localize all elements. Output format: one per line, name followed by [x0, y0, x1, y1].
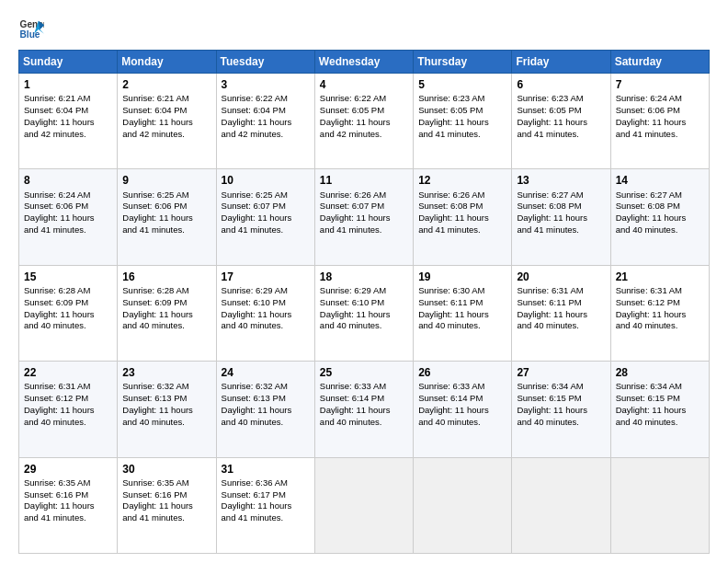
day-info-line: and 42 minutes.	[24, 129, 112, 141]
day-info-line: Daylight: 11 hours	[122, 500, 210, 512]
day-info-line: and 41 minutes.	[222, 224, 310, 236]
calendar-header-tuesday: Tuesday	[216, 51, 314, 74]
day-info-line: Daylight: 11 hours	[24, 117, 112, 129]
day-info-line: Sunrise: 6:35 AM	[24, 477, 112, 489]
calendar-cell: 3Sunrise: 6:22 AMSunset: 6:04 PMDaylight…	[216, 74, 314, 169]
day-number: 28	[616, 365, 704, 380]
day-info-line: Daylight: 11 hours	[24, 309, 112, 321]
day-info-line: Sunset: 6:10 PM	[320, 297, 408, 309]
day-info-line: and 41 minutes.	[24, 512, 112, 524]
calendar-cell: 27Sunrise: 6:34 AMSunset: 6:15 PMDayligh…	[512, 362, 610, 457]
day-number: 27	[517, 365, 605, 380]
calendar-cell	[414, 457, 512, 553]
day-number: 4	[320, 77, 408, 92]
day-info-line: Daylight: 11 hours	[122, 213, 210, 224]
calendar-week-4: 22Sunrise: 6:31 AMSunset: 6:12 PMDayligh…	[19, 362, 710, 457]
calendar-cell: 30Sunrise: 6:35 AMSunset: 6:16 PMDayligh…	[118, 457, 216, 553]
day-number: 5	[418, 77, 506, 92]
day-info-line: and 42 minutes.	[320, 129, 408, 141]
day-number: 1	[24, 77, 112, 92]
day-info-line: and 41 minutes.	[222, 512, 310, 524]
day-info-line: Daylight: 11 hours	[320, 213, 408, 224]
day-info-line: and 40 minutes.	[24, 320, 112, 332]
day-info-line: Sunset: 6:05 PM	[320, 105, 408, 117]
day-number: 7	[616, 77, 704, 92]
day-number: 30	[122, 462, 210, 477]
day-info-line: Sunset: 6:14 PM	[320, 393, 408, 405]
day-info-line: Sunrise: 6:25 AM	[222, 190, 310, 201]
day-info-line: Sunset: 6:12 PM	[616, 297, 704, 309]
day-info-line: and 41 minutes.	[320, 224, 408, 236]
calendar-body: 1Sunrise: 6:21 AMSunset: 6:04 PMDaylight…	[19, 74, 710, 554]
day-info-line: and 41 minutes.	[418, 129, 506, 141]
day-number: 14	[616, 173, 704, 188]
day-info-line: Sunrise: 6:30 AM	[418, 285, 506, 297]
day-info-line: Sunrise: 6:24 AM	[616, 93, 704, 105]
day-info-line: and 40 minutes.	[616, 417, 704, 429]
day-info-line: Daylight: 11 hours	[24, 213, 112, 224]
calendar-cell: 19Sunrise: 6:30 AMSunset: 6:11 PMDayligh…	[414, 265, 512, 361]
day-info-line: Daylight: 11 hours	[222, 117, 310, 129]
day-info-line: and 41 minutes.	[517, 224, 605, 236]
calendar-week-2: 8Sunrise: 6:24 AMSunset: 6:06 PMDaylight…	[19, 169, 710, 265]
day-info-line: Sunset: 6:04 PM	[24, 105, 112, 117]
day-info-line: Sunset: 6:04 PM	[122, 105, 210, 117]
day-number: 12	[418, 173, 506, 188]
svg-text:Blue: Blue	[20, 29, 40, 40]
day-number: 6	[517, 77, 605, 92]
day-info-line: Sunset: 6:08 PM	[616, 201, 704, 213]
day-info-line: Sunrise: 6:29 AM	[222, 285, 310, 297]
day-info-line: Sunset: 6:05 PM	[418, 105, 506, 117]
calendar-cell: 8Sunrise: 6:24 AMSunset: 6:06 PMDaylight…	[19, 169, 118, 265]
day-info-line: Daylight: 11 hours	[517, 405, 605, 417]
day-info-line: Sunset: 6:09 PM	[24, 297, 112, 309]
day-number: 16	[122, 270, 210, 284]
calendar-cell: 21Sunrise: 6:31 AMSunset: 6:12 PMDayligh…	[610, 265, 709, 361]
day-info-line: Sunset: 6:14 PM	[418, 393, 506, 405]
day-info-line: and 40 minutes.	[122, 417, 210, 429]
day-info-line: Sunset: 6:09 PM	[122, 297, 210, 309]
calendar-cell	[314, 457, 413, 553]
day-info-line: Daylight: 11 hours	[222, 500, 310, 512]
day-info-line: Sunset: 6:16 PM	[24, 489, 112, 501]
day-info-line: Sunset: 6:11 PM	[517, 297, 605, 309]
day-info-line: Sunrise: 6:28 AM	[122, 285, 210, 297]
calendar-cell: 28Sunrise: 6:34 AMSunset: 6:15 PMDayligh…	[610, 362, 709, 457]
day-number: 18	[320, 270, 408, 284]
day-info-line: Daylight: 11 hours	[222, 309, 310, 321]
calendar-cell: 18Sunrise: 6:29 AMSunset: 6:10 PMDayligh…	[314, 265, 413, 361]
day-info-line: Daylight: 11 hours	[517, 309, 605, 321]
calendar-cell: 5Sunrise: 6:23 AMSunset: 6:05 PMDaylight…	[414, 74, 512, 169]
header: General Blue	[18, 17, 710, 42]
calendar-week-1: 1Sunrise: 6:21 AMSunset: 6:04 PMDaylight…	[19, 74, 710, 169]
day-info-line: Sunset: 6:07 PM	[222, 201, 310, 213]
calendar-header-friday: Friday	[512, 51, 610, 74]
day-info-line: Daylight: 11 hours	[122, 117, 210, 129]
day-info-line: Sunset: 6:08 PM	[418, 201, 506, 213]
day-info-line: Sunrise: 6:35 AM	[122, 477, 210, 489]
day-number: 26	[418, 365, 506, 380]
day-number: 29	[24, 462, 112, 477]
day-info-line: Daylight: 11 hours	[616, 213, 704, 224]
day-info-line: Sunrise: 6:32 AM	[122, 381, 210, 393]
logo: General Blue	[18, 17, 48, 42]
calendar-cell: 15Sunrise: 6:28 AMSunset: 6:09 PMDayligh…	[19, 265, 118, 361]
day-info-line: and 40 minutes.	[616, 320, 704, 332]
day-info-line: and 41 minutes.	[122, 512, 210, 524]
page: General Blue SundayMondayTuesdayWednesda…	[0, 0, 728, 563]
day-number: 13	[517, 173, 605, 188]
day-info-line: Sunset: 6:16 PM	[122, 489, 210, 501]
day-info-line: Sunset: 6:11 PM	[418, 297, 506, 309]
day-info-line: and 40 minutes.	[418, 320, 506, 332]
calendar-cell: 24Sunrise: 6:32 AMSunset: 6:13 PMDayligh…	[216, 362, 314, 457]
calendar-cell: 9Sunrise: 6:25 AMSunset: 6:06 PMDaylight…	[118, 169, 216, 265]
day-info-line: Daylight: 11 hours	[222, 405, 310, 417]
day-number: 15	[24, 270, 112, 284]
calendar-cell: 25Sunrise: 6:33 AMSunset: 6:14 PMDayligh…	[314, 362, 413, 457]
calendar-header-thursday: Thursday	[414, 51, 512, 74]
day-info-line: Sunset: 6:12 PM	[24, 393, 112, 405]
day-info-line: Sunrise: 6:31 AM	[616, 285, 704, 297]
day-number: 21	[616, 270, 704, 284]
logo-icon: General Blue	[18, 17, 44, 42]
day-info-line: Daylight: 11 hours	[418, 405, 506, 417]
